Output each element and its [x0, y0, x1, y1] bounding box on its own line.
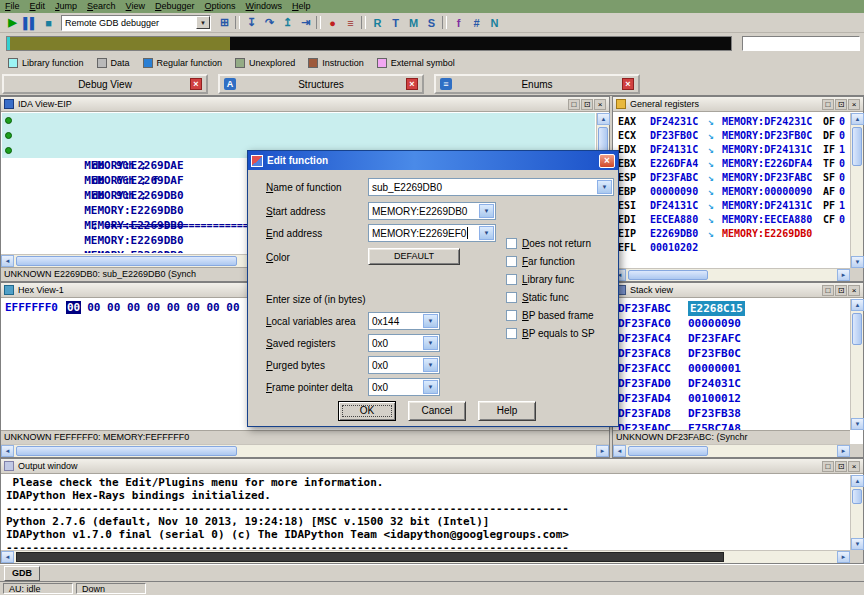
register-row[interactable]: EBP 00000090 ↘ MEMORY:00000090 AF 0: [614, 185, 849, 199]
scroll-right-icon[interactable]: ►: [837, 445, 850, 457]
ok-button[interactable]: OK: [338, 401, 396, 421]
scroll-up-icon[interactable]: ▲: [851, 113, 864, 125]
toolbar-icon[interactable]: ⇥: [296, 15, 314, 31]
register-row[interactable]: EAX DF24231C ↘ MEMORY:DF24231C OF 0: [614, 115, 849, 129]
toolbar-icon[interactable]: f: [449, 15, 467, 31]
scroll-up-icon[interactable]: ▲: [851, 475, 864, 487]
menu-item[interactable]: Debugger: [150, 0, 200, 13]
close-icon[interactable]: ×: [594, 99, 606, 110]
scroll-down-icon[interactable]: ▼: [851, 418, 864, 430]
register-row[interactable]: EDX DF24131C ↘ MEMORY:DF24131C IF 1: [614, 143, 849, 157]
scroll-track[interactable]: [851, 125, 863, 256]
toolbar-icon[interactable]: #: [467, 15, 485, 31]
checkbox[interactable]: [506, 310, 517, 321]
disassembly-line[interactable]: MEMORY:E2269DAE db 66h ; f: [2, 128, 595, 143]
jump-arrow-icon[interactable]: ↘: [708, 213, 722, 227]
vertical-scrollbar[interactable]: ▲ ▼: [850, 299, 863, 430]
chevron-down-icon[interactable]: ▼: [479, 204, 494, 218]
end-address-combo[interactable]: MEMORY:E2269EF0 ▼: [368, 224, 496, 242]
toolbar-icon[interactable]: ●: [323, 15, 341, 31]
vertical-scrollbar[interactable]: ▲ ▼: [850, 475, 863, 550]
checkbox[interactable]: [506, 328, 517, 339]
attribute-checkbox-row[interactable]: BP based frame: [506, 306, 595, 324]
tab-debug-view[interactable]: Debug View ×: [2, 74, 208, 94]
float-icon[interactable]: ⊡: [835, 99, 847, 110]
jump-arrow-icon[interactable]: ↘: [708, 185, 722, 199]
scroll-right-icon[interactable]: ►: [837, 269, 850, 281]
checkbox[interactable]: [506, 274, 517, 285]
size-field-combo[interactable]: 0x0 ▼: [368, 356, 440, 374]
chevron-down-icon[interactable]: ▼: [423, 336, 438, 350]
scroll-left-icon[interactable]: ◄: [613, 445, 626, 457]
jump-arrow-icon[interactable]: ↘: [708, 157, 722, 171]
jump-arrow-icon[interactable]: ↘: [708, 129, 722, 143]
scroll-thumb[interactable]: [852, 489, 862, 504]
breakpoint-dot-icon[interactable]: [5, 117, 12, 124]
scroll-up-icon[interactable]: ▲: [597, 113, 610, 125]
scroll-up-icon[interactable]: ▲: [851, 299, 864, 311]
close-icon[interactable]: ×: [848, 285, 860, 296]
toolbar-icon[interactable]: M: [404, 15, 422, 31]
output-titlebar[interactable]: Output window □ ⊡ ×: [1, 459, 863, 474]
checkbox[interactable]: [506, 256, 517, 267]
stack-row[interactable]: DF23FACC 00000001: [614, 361, 849, 376]
menu-item[interactable]: Windows: [241, 0, 288, 13]
scroll-thumb[interactable]: [16, 552, 724, 562]
scroll-track[interactable]: [851, 311, 863, 418]
scroll-down-icon[interactable]: ▼: [851, 256, 864, 268]
attribute-checkbox-row[interactable]: BP equals to SP: [506, 324, 595, 342]
function-name-combo[interactable]: sub_E2269DB0 ▼: [368, 178, 614, 196]
color-default-button[interactable]: DEFAULT: [368, 248, 460, 265]
scroll-left-icon[interactable]: ◄: [1, 551, 14, 563]
toolbar-icon[interactable]: ↧: [242, 15, 260, 31]
search-input[interactable]: [742, 36, 860, 51]
menu-item[interactable]: Edit: [25, 0, 51, 13]
menu-item[interactable]: Jump: [50, 0, 82, 13]
breakpoint-dot-icon[interactable]: [5, 147, 12, 154]
cancel-button[interactable]: Cancel: [408, 401, 466, 421]
registers-list[interactable]: EAX DF24231C ↘ MEMORY:DF24231C OF 0 ECX …: [614, 113, 849, 268]
toolbar-icon[interactable]: ■: [39, 15, 57, 31]
toolbar-icon[interactable]: R: [368, 15, 386, 31]
scroll-left-icon[interactable]: ◄: [1, 445, 14, 457]
restore-icon[interactable]: □: [822, 461, 834, 472]
attribute-checkbox-row[interactable]: Far function: [506, 252, 595, 270]
restore-icon[interactable]: □: [822, 285, 834, 296]
stack-row[interactable]: DF23FADC F75BC7A8: [614, 421, 849, 430]
scroll-track[interactable]: [14, 551, 837, 563]
toolbar-icon[interactable]: [235, 16, 240, 29]
chevron-down-icon[interactable]: ▼: [196, 16, 210, 29]
chevron-down-icon[interactable]: ▼: [423, 358, 438, 372]
close-icon[interactable]: ×: [848, 461, 860, 472]
stack-row[interactable]: DF23FAC0 00000090: [614, 316, 849, 331]
stack-list[interactable]: DF23FABC E2268C15 DF23FAC0 00000090 DF23…: [614, 299, 849, 430]
tab-enums[interactable]: ≡ Enums ×: [434, 74, 640, 94]
scroll-right-icon[interactable]: ►: [596, 445, 609, 457]
debugger-select-combo[interactable]: Remote GDB debugger ▼: [61, 15, 211, 31]
dialog-titlebar[interactable]: Edit function ×: [248, 151, 618, 170]
register-row[interactable]: ESP DF23FABC ↘ MEMORY:DF23FABC SF 0: [614, 171, 849, 185]
selected-byte[interactable]: 00: [66, 301, 81, 314]
chevron-down-icon[interactable]: ▼: [423, 380, 438, 394]
attribute-checkbox-row[interactable]: Static func: [506, 288, 595, 306]
menu-item[interactable]: Search: [82, 0, 121, 13]
horizontal-scrollbar[interactable]: ◄ ►: [613, 268, 850, 281]
scroll-thumb[interactable]: [628, 446, 708, 456]
tab-gdb[interactable]: GDB: [4, 566, 40, 581]
close-icon[interactable]: ×: [190, 78, 202, 90]
toolbar-icon[interactable]: T: [386, 15, 404, 31]
chevron-down-icon[interactable]: ▼: [597, 180, 612, 194]
stack-row[interactable]: DF23FAC8 DF23FB0C: [614, 346, 849, 361]
float-icon[interactable]: ⊡: [835, 461, 847, 472]
scroll-thumb[interactable]: [852, 313, 862, 345]
vertical-scrollbar[interactable]: ▲ ▼: [850, 113, 863, 268]
close-icon[interactable]: ×: [599, 154, 615, 168]
menu-item[interactable]: Help: [287, 0, 316, 13]
restore-icon[interactable]: □: [822, 99, 834, 110]
scroll-right-icon[interactable]: ►: [837, 551, 850, 563]
jump-arrow-icon[interactable]: ↘: [708, 115, 722, 129]
tab-structures[interactable]: A Structures ×: [218, 74, 424, 94]
stack-row[interactable]: DF23FAD8 DF23FB38: [614, 406, 849, 421]
start-address-combo[interactable]: MEMORY:E2269DB0 ▼: [368, 202, 496, 220]
horizontal-scrollbar[interactable]: ◄ ►: [1, 444, 609, 457]
